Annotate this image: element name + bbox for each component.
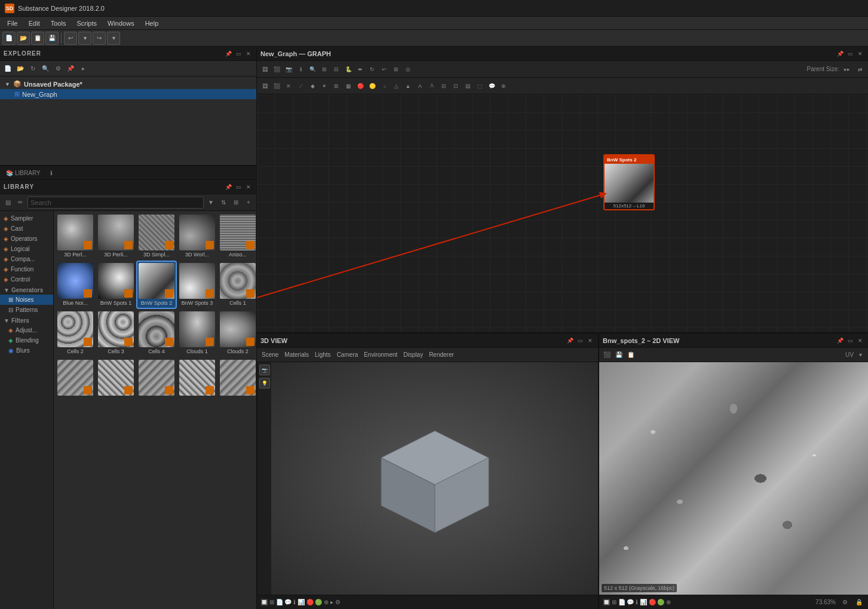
explorer-new-btn[interactable]: 📄 xyxy=(2,63,13,74)
list-item[interactable]: 3D Simpl... xyxy=(137,213,176,259)
list-item[interactable]: 3D Perli... xyxy=(97,213,135,259)
view-2d-btn-1[interactable]: ⬛ xyxy=(602,350,612,360)
list-item[interactable]: Aniso... xyxy=(219,213,256,259)
explorer-pin[interactable]: 📌 xyxy=(224,50,232,58)
graph-btn-4[interactable]: 🔍 xyxy=(307,64,318,75)
lib-view-1-btn[interactable]: ▤ xyxy=(2,197,13,208)
lib-cat-cast[interactable]: ◈ Cast xyxy=(0,224,53,234)
graph-btn-6[interactable]: ⊟ xyxy=(331,64,342,75)
view-2d-pin[interactable]: 📌 xyxy=(836,336,844,345)
list-item[interactable]: Cells 2 xyxy=(56,310,94,356)
gt-8[interactable]: ▦ xyxy=(343,81,354,91)
lib-grid-btn[interactable]: ⊞ xyxy=(231,197,241,208)
redo-btn[interactable]: ↪ xyxy=(93,32,106,45)
view-3d-btn-light[interactable]: 💡 xyxy=(259,378,270,388)
graph-btn-7[interactable]: ⬌ xyxy=(355,64,366,75)
explorer-close[interactable]: ✕ xyxy=(244,50,253,58)
view-3d-close[interactable]: ✕ xyxy=(586,336,594,345)
graph-btn-python[interactable]: 🐍 xyxy=(343,64,354,75)
lib-sort-btn[interactable]: ⇅ xyxy=(218,197,229,208)
list-item[interactable] xyxy=(137,359,176,398)
list-item[interactable] xyxy=(56,359,94,398)
gt-6[interactable]: ✶ xyxy=(319,81,330,91)
tab-library[interactable]: 📚 LIBRARY xyxy=(4,169,43,178)
gt-20[interactable]: 💬 xyxy=(486,81,497,91)
gt-5[interactable]: ◆ xyxy=(307,81,318,91)
gt-14[interactable]: A xyxy=(415,81,425,91)
list-item[interactable]: Clouds 2 xyxy=(219,310,256,356)
list-item[interactable]: Clouds 1 xyxy=(178,310,216,356)
lib-cat-blurs[interactable]: ◉ Blurs xyxy=(0,345,53,356)
node-output-connector[interactable] xyxy=(654,181,655,186)
lib-cat-blending[interactable]: ◈ Blending xyxy=(0,335,53,345)
graph-parent-size-dropdown[interactable]: ▸▸ xyxy=(842,64,852,75)
gt-21[interactable]: ⊕ xyxy=(498,81,509,91)
graph-btn-9[interactable]: ↩ xyxy=(379,64,389,75)
lib-cat-logical[interactable]: ◈ Logical xyxy=(0,244,53,254)
lib-group-filters[interactable]: ▼ Filters xyxy=(0,315,53,325)
view-3d-minimize[interactable]: ▭ xyxy=(576,336,584,345)
lib-cat-patterns[interactable]: ⊟ Patterns xyxy=(0,305,53,315)
gt-16[interactable]: ⊟ xyxy=(438,81,449,91)
list-item[interactable]: 3D Perl... xyxy=(56,213,94,259)
graph-btn-link[interactable]: ⇄ xyxy=(855,64,866,75)
lib-cat-function[interactable]: ◈ Function xyxy=(0,264,53,274)
view-2d-settings-btn[interactable]: ⚙ xyxy=(839,597,850,608)
lib-view-2-btn[interactable]: ✏ xyxy=(15,197,26,208)
gt-1[interactable]: 🖼 xyxy=(259,81,270,91)
gt-7[interactable]: ⊞ xyxy=(331,81,342,91)
view-menu-scene[interactable]: Scene xyxy=(259,351,281,359)
redo-dropdown[interactable]: ▾ xyxy=(107,32,120,45)
graph-close[interactable]: ✕ xyxy=(856,50,864,58)
graph-node-bnw-spots2[interactable]: BnW Spots 2 512x512 – L16 xyxy=(603,154,655,210)
view-menu-renderer[interactable]: Renderer xyxy=(427,351,456,359)
view-2d-minimize[interactable]: ▭ xyxy=(846,336,854,345)
lib-filter-btn[interactable]: ▼ xyxy=(206,197,216,208)
explorer-open-btn[interactable]: 📂 xyxy=(15,63,26,74)
list-item[interactable]: BnW Spots 2 xyxy=(137,262,176,308)
explorer-refresh-btn[interactable]: ↻ xyxy=(27,63,38,74)
undo-btn[interactable]: ↩ xyxy=(64,32,77,45)
gt-9[interactable]: 🔴 xyxy=(355,81,366,91)
graph-item[interactable]: ⊞ New_Graph xyxy=(0,89,256,99)
list-item[interactable]: Cells 4 xyxy=(137,310,176,356)
view-3d-pin[interactable]: 📌 xyxy=(566,336,574,345)
graph-btn-1[interactable]: 🖼 xyxy=(259,64,270,75)
list-item[interactable]: Blue Noi... xyxy=(56,262,94,308)
tab-info[interactable]: ℹ xyxy=(48,169,55,178)
open-recent-btn[interactable]: 📋 xyxy=(31,32,44,45)
graph-btn-5[interactable]: ⊞ xyxy=(319,64,330,75)
search-box[interactable]: Search xyxy=(27,197,204,209)
list-item[interactable] xyxy=(97,359,135,398)
list-item[interactable]: Cells 1 xyxy=(219,262,256,308)
list-item[interactable]: 3D Worl... xyxy=(178,213,216,259)
save-btn[interactable]: 💾 xyxy=(45,32,59,45)
open-btn[interactable]: 📂 xyxy=(17,32,30,45)
view-3d-btn-camera[interactable]: 📷 xyxy=(259,365,270,375)
view-menu-environment[interactable]: Environment xyxy=(361,351,400,359)
lib-cat-operators[interactable]: ◈ Operators xyxy=(0,234,53,244)
explorer-settings-btn[interactable]: ⚙ xyxy=(53,63,63,74)
lib-cat-noises[interactable]: ⊞ Noises xyxy=(0,295,53,305)
list-item[interactable]: BnW Spots 1 xyxy=(97,262,135,308)
menu-windows[interactable]: Windows xyxy=(103,19,139,28)
explorer-pin2-btn[interactable]: 📌 xyxy=(65,63,76,74)
view-menu-materials[interactable]: Materials xyxy=(282,351,311,359)
view-2d-uv-dropdown[interactable]: ▾ xyxy=(855,350,866,360)
list-item[interactable] xyxy=(178,359,216,398)
gt-15[interactable]: 𝙰 xyxy=(427,81,437,91)
explorer-search-btn[interactable]: 🔍 xyxy=(40,63,51,74)
lib-cat-compa[interactable]: ◈ Compa... xyxy=(0,254,53,264)
lib-add-btn[interactable]: + xyxy=(243,197,254,208)
graph-minimize[interactable]: ▭ xyxy=(846,50,854,58)
lib-group-generators[interactable]: ▼ Generators xyxy=(0,284,53,295)
graph-btn-3[interactable]: 📷 xyxy=(283,64,294,75)
explorer-more-btn[interactable]: ▸ xyxy=(78,63,88,74)
package-item[interactable]: ▼ 📦 Unsaved Package* xyxy=(0,79,256,89)
view-2d-btn-2[interactable]: 💾 xyxy=(614,350,624,360)
menu-scripts[interactable]: Scripts xyxy=(72,19,102,28)
gt-4[interactable]: ⟋ xyxy=(295,81,306,91)
view-menu-display[interactable]: Display xyxy=(401,351,425,359)
new-btn[interactable]: 📄 xyxy=(2,32,16,45)
library-minimize[interactable]: ▭ xyxy=(234,183,243,191)
